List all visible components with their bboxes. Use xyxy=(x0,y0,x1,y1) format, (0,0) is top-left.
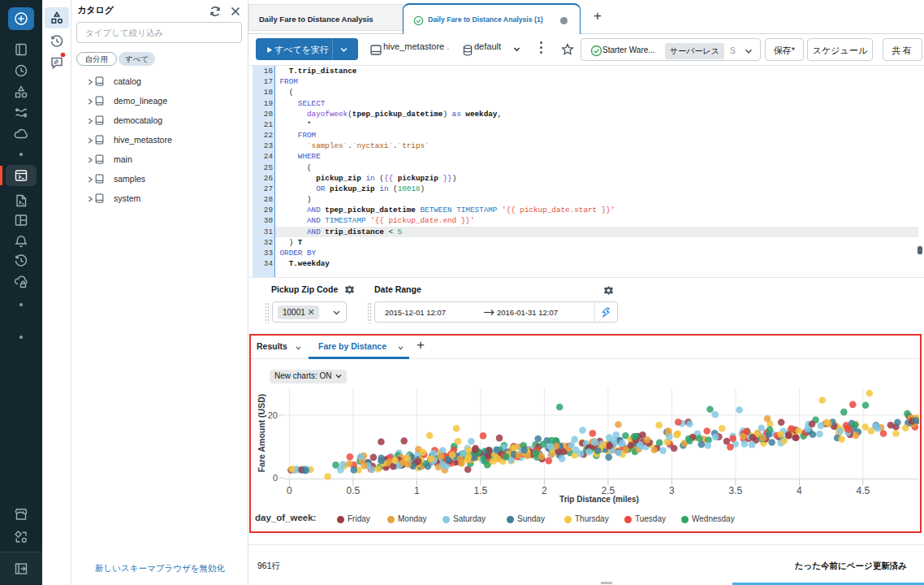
svg-text:2: 2 xyxy=(542,485,547,496)
svg-text:1.5: 1.5 xyxy=(474,485,488,496)
svg-text:1: 1 xyxy=(414,485,420,496)
svg-text:3: 3 xyxy=(669,485,675,496)
svg-text:0: 0 xyxy=(287,485,292,496)
svg-text:Trip Distance (miles): Trip Distance (miles) xyxy=(559,495,639,504)
svg-text:4: 4 xyxy=(797,485,802,496)
svg-text:4.5: 4.5 xyxy=(857,485,870,496)
svg-text:0: 0 xyxy=(273,473,278,483)
svg-text:0.5: 0.5 xyxy=(347,485,361,496)
svg-text:20: 20 xyxy=(268,410,278,420)
svg-text:3.5: 3.5 xyxy=(729,485,743,496)
